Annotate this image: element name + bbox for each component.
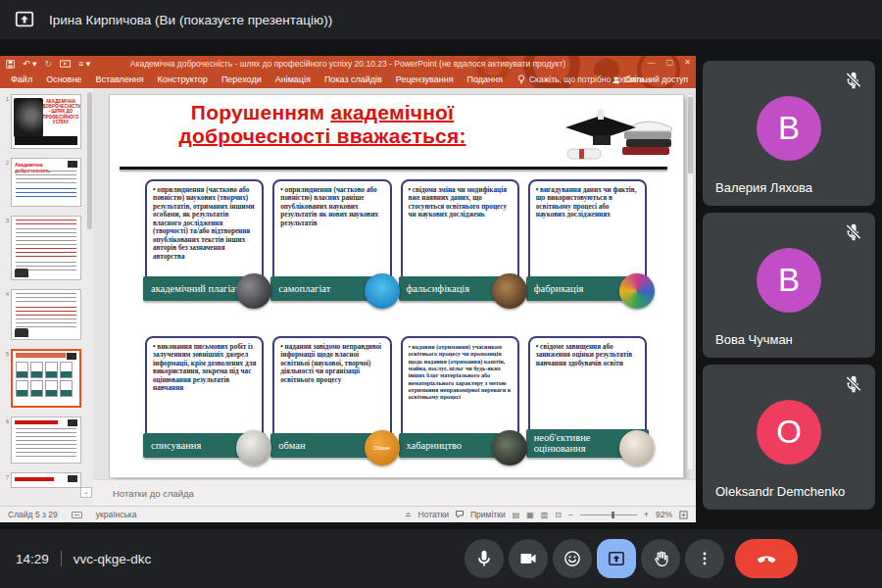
slide-editor-area: Порушенням академічної доброчесності вва… [93, 88, 696, 506]
redo-icon[interactable]: ↻ [45, 59, 53, 69]
more-options-icon [695, 549, 714, 568]
tab-transitions[interactable]: Переходи [215, 73, 269, 86]
person-icon [612, 75, 620, 84]
thumbnail-slide-4[interactable] [11, 289, 81, 340]
card-text: оприлюднення (частково або повністю) нау… [153, 186, 257, 261]
comments-icon [456, 511, 464, 518]
zoom-out-button[interactable]: − [568, 510, 573, 519]
editor-scrollbar[interactable] [687, 94, 694, 470]
more-options-button[interactable] [685, 539, 724, 578]
reactions-button[interactable] [553, 539, 592, 578]
zoom-slider[interactable] [580, 514, 637, 515]
slide-sorter-icon[interactable]: ▦ [526, 511, 534, 519]
window-controls: — ▢ ✕ [648, 58, 691, 67]
badge-text: Обман [373, 445, 390, 451]
slide-canvas[interactable]: Порушенням академічної доброчесності вва… [110, 95, 683, 477]
tab-review[interactable]: Рецензування [389, 73, 461, 86]
card-badge-image [492, 430, 527, 466]
end-call-button[interactable] [735, 539, 798, 578]
card-bribery: надання (отримання) учасником освітнього… [401, 336, 519, 456]
present-to-all-icon [14, 9, 35, 30]
save-icon[interactable] [6, 60, 15, 69]
comments-toggle[interactable]: Примітки [470, 510, 506, 519]
present-screen-icon [607, 549, 626, 568]
ribbon-tabs: Файл Основне Вставлення Конструктор Пере… [4, 73, 651, 86]
thumbnail-slide-1[interactable]: АКАДЕМІЧНА ДОБРОЧЕСНІСТЬ - ШЛЯХ ДО ПРОФЕ… [11, 94, 81, 149]
title-divider-line [120, 167, 667, 170]
card-academic-plagiarism: оприлюднення (частково або повністю) нау… [145, 179, 264, 299]
tab-slideshow[interactable]: Показ слайдів [318, 73, 389, 86]
mic-off-icon [844, 71, 863, 90]
thumbnail-slide-7[interactable] [11, 472, 81, 488]
card-text: виконання письмових робіт із залученням … [153, 343, 257, 393]
slideshow-icon[interactable]: ⊡ [555, 511, 562, 519]
card-badge-image [236, 273, 271, 309]
graduation-cap-image [558, 98, 675, 163]
share-label: Спільний доступ [624, 74, 688, 84]
window-title: Академічна доброчесність - шлях до профе… [0, 59, 696, 69]
share-button[interactable]: Спільний доступ [612, 74, 688, 84]
tab-animations[interactable]: Анімація [269, 73, 318, 86]
avatar: В [757, 96, 821, 161]
divider [61, 551, 62, 566]
zoom-in-button[interactable]: + [644, 510, 649, 519]
camera-icon [518, 549, 538, 568]
avatar: O [757, 400, 821, 465]
thumbnail-number: 3 [0, 216, 11, 280]
tab-view[interactable]: Подання [461, 73, 510, 86]
meeting-code: vvc-qkge-dkc [74, 552, 152, 566]
tab-design[interactable]: Конструктор [151, 73, 215, 86]
status-bar-right: ≐ Нотатки Примітки ▤ ▦ ▥ ⊡ − + 92% [405, 510, 688, 519]
thumbnail-text-lines [16, 220, 76, 226]
participant-tile[interactable]: В Валерия Ляхова [703, 61, 875, 206]
notes-pane[interactable]: Нотатки до слайда [93, 479, 696, 506]
quick-access-toolbar: ↶ ▾ ↻ ≡ ▾ [6, 58, 90, 70]
clock-time: 14:29 [16, 552, 49, 566]
customize-icon[interactable]: ≡ ▾ [78, 59, 90, 69]
thumbnail-number: 2 [0, 158, 11, 207]
restore-icon[interactable]: ▢ [666, 58, 674, 67]
thumbnails-scroll-down-button[interactable]: ⌄ [80, 487, 92, 498]
undo-icon[interactable]: ↶ ▾ [23, 59, 37, 69]
start-slideshow-icon[interactable] [60, 60, 71, 69]
tab-home[interactable]: Основне [39, 73, 88, 86]
thumbnail-graphic [15, 269, 28, 277]
thumbnail-title-bar [15, 420, 58, 424]
card-badge-image [619, 430, 655, 466]
thumbnail-slide-2[interactable]: Академічна доброчесність [11, 158, 81, 207]
meeting-meta: 14:29 vvc-qkge-dkc [16, 529, 151, 588]
thumbnail-graphic [68, 475, 77, 482]
language-indicator[interactable]: українська [96, 510, 137, 519]
raise-hand-button[interactable] [641, 539, 680, 578]
participant-tile[interactable]: O Oleksandr Demchenko [703, 365, 875, 510]
card-cheating: виконання письмових робіт із залученням … [145, 336, 264, 456]
end-call-icon [755, 547, 778, 570]
thumbnail-slide-5-selected[interactable] [11, 349, 81, 408]
participant-name: Oleksandr Demchenko [715, 484, 845, 499]
thumbnail-number: 1 [0, 94, 11, 149]
zoom-level[interactable]: 92% [656, 510, 672, 519]
tab-file[interactable]: Файл [4, 73, 39, 86]
thumbnail-card-grid [16, 362, 73, 397]
participant-tile[interactable]: В Вова Чучман [703, 213, 875, 358]
notes-placeholder: Нотатки до слайда [113, 488, 194, 499]
avatar: В [757, 248, 821, 313]
notes-toggle-icon: ≐ [405, 511, 412, 519]
card-text: оприлюднення (частково або повністю) вла… [280, 186, 384, 227]
slide-thumbnails-pane: 1 АКАДЕМІЧНА ДОБРОЧЕСНІСТЬ - ШЛЯХ ДО ПРО… [0, 88, 93, 506]
keyboard-language-icon[interactable] [72, 512, 82, 518]
tab-insert[interactable]: Вставлення [88, 73, 150, 86]
minimize-icon[interactable]: — [648, 58, 656, 67]
camera-button[interactable] [509, 539, 548, 578]
thumbnail-slide-3[interactable] [11, 216, 81, 280]
thumbnail-slide-6[interactable] [11, 416, 81, 464]
normal-view-icon[interactable]: ▤ [513, 511, 520, 519]
present-screen-button[interactable] [597, 539, 636, 578]
card-self-plagiarism: оприлюднення (частково або повністю) вла… [272, 179, 391, 299]
notes-toggle[interactable]: Нотатки [418, 510, 449, 519]
reading-view-icon[interactable]: ▥ [541, 511, 549, 519]
close-icon[interactable]: ✕ [684, 58, 691, 67]
fit-slide-icon[interactable] [679, 511, 688, 519]
thumbnails-scrollbar[interactable] [87, 92, 92, 229]
mic-button[interactable] [465, 539, 504, 578]
